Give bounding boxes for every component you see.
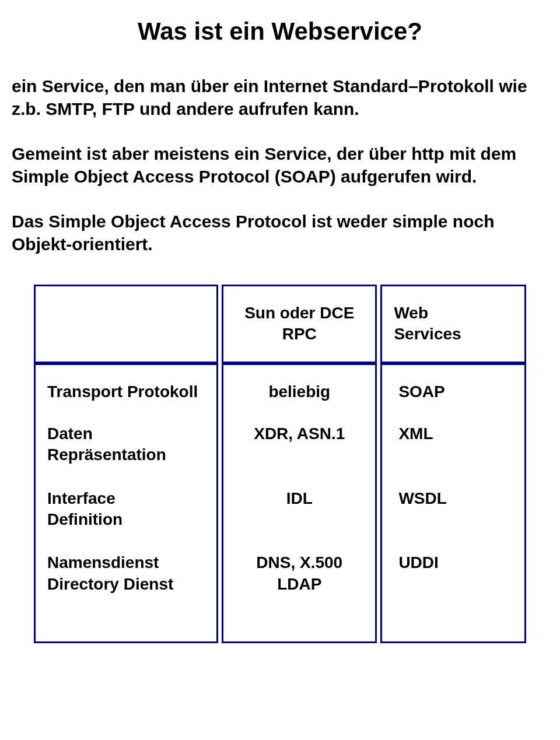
label-naming-line2: Directory Dienst <box>47 574 205 595</box>
body-cell-webservices: SOAP XML WSDL UDDI <box>380 363 526 643</box>
header-ws-line1: Web <box>394 303 513 324</box>
ws-data-value: XML <box>398 423 513 444</box>
header-ws-line2: Services <box>394 324 513 345</box>
header-rpc-line1: Sun oder DCE <box>235 303 363 324</box>
label-interface-line2: Definition <box>47 509 205 530</box>
label-interface-line1: Interface <box>47 488 205 509</box>
table-header-row: Sun oder DCE RPC Web Services <box>34 285 526 363</box>
ws-data: XML <box>398 423 513 466</box>
header-cell-webservices: Web Services <box>380 285 526 363</box>
rpc-interface-value: IDL <box>235 488 363 509</box>
page-title: Was ist ein Webservice? <box>12 17 548 45</box>
rpc-transport: beliebig <box>235 383 363 401</box>
label-interface: Interface Definition <box>47 488 205 531</box>
rpc-naming-line1: DNS, X.500 <box>235 552 363 573</box>
ws-transport: SOAP <box>398 383 513 401</box>
label-data-line2: Repräsentation <box>47 444 205 465</box>
rpc-interface: IDL <box>235 488 363 531</box>
body-cell-labels: Transport Protokoll Daten Repräsentation… <box>34 363 218 643</box>
label-data-repr: Daten Repräsentation <box>47 423 205 466</box>
paragraph-1: ein Service, den man über ein Internet S… <box>12 75 548 120</box>
ws-naming-value: UDDI <box>398 552 513 573</box>
body-cell-rpc: beliebig XDR, ASN.1 IDL DNS, X.500 LDAP <box>222 363 377 643</box>
comparison-table: Sun oder DCE RPC Web Services Transport … <box>12 285 548 643</box>
label-naming-line1: Namensdienst <box>47 552 205 573</box>
rpc-naming: DNS, X.500 LDAP <box>235 552 363 595</box>
paragraph-3: Das Simple Object Access Protocol ist we… <box>12 210 548 255</box>
label-naming: Namensdienst Directory Dienst <box>47 552 205 595</box>
ws-interface-value: WSDL <box>398 488 513 509</box>
ws-interface: WSDL <box>398 488 513 531</box>
table-body-row: Transport Protokoll Daten Repräsentation… <box>34 363 526 643</box>
header-cell-empty <box>34 285 218 363</box>
paragraph-2: Gemeint ist aber meistens ein Service, d… <box>12 142 548 188</box>
header-cell-rpc: Sun oder DCE RPC <box>222 285 377 363</box>
rpc-naming-line2: LDAP <box>235 574 363 595</box>
rpc-data: XDR, ASN.1 <box>235 423 363 466</box>
label-data-line1: Daten <box>47 423 205 444</box>
header-rpc-line2: RPC <box>235 324 363 345</box>
ws-naming: UDDI <box>398 552 513 595</box>
rpc-data-value: XDR, ASN.1 <box>235 423 363 444</box>
label-transport: Transport Protokoll <box>47 383 205 401</box>
